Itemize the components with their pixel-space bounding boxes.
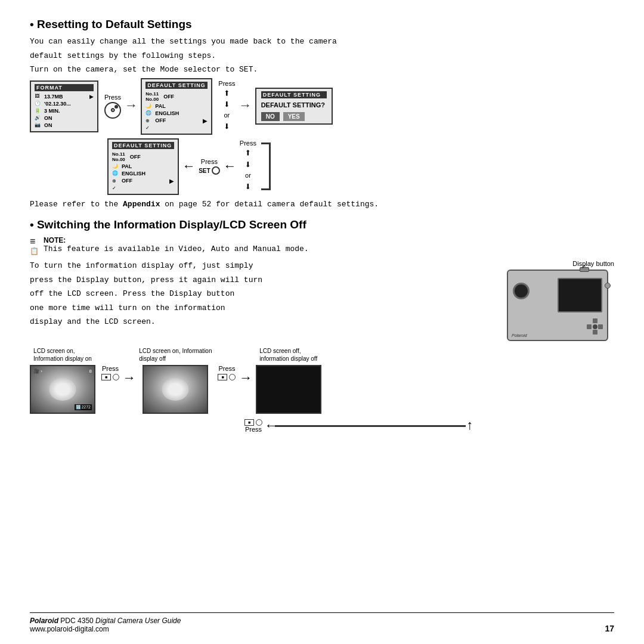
default-setting-screen2: DEFAULT SETTING No.11No.00 OFF 🌙 PAL 🌐 E…: [107, 138, 179, 195]
sound-icon: 🔊: [35, 115, 42, 120]
moon-icon: 🌙: [145, 103, 153, 109]
lcd2-label: LCD screen on, Information display off: [139, 347, 212, 363]
globe2-icon: 🌐: [112, 171, 119, 176]
page: • Resetting to Default Settings You can …: [0, 0, 644, 644]
arrow-left-icon: ←: [185, 159, 193, 174]
lcd2-block: LCD screen on, Information display off: [139, 347, 212, 414]
camera-diagram: Display button ↗: [507, 260, 614, 341]
set-circle-icon: [212, 166, 220, 175]
lcd3-label: LCD screen off, information display off: [259, 347, 317, 363]
ds2-row5: ✓: [112, 185, 174, 191]
note-doc-icon: 📋: [30, 247, 39, 255]
display-btn2: ■: [218, 374, 236, 380]
footer-website: www.polaroid-digital.com: [30, 625, 109, 633]
s2-body4: one more time will turn on the informati…: [30, 302, 495, 314]
press3-label: Press: [245, 426, 262, 433]
yes-button[interactable]: YES: [283, 112, 305, 121]
disp-circle-icon2: [229, 374, 236, 380]
default-question: DEFAULT SETTING?: [261, 101, 327, 109]
format-row4: 🔊 ON: [35, 114, 94, 122]
footer-model: PDC 4350: [60, 617, 95, 625]
camera-screen: [558, 278, 602, 312]
cross-icon: ⊕: [145, 118, 153, 123]
appendix-suffix: on page 52 for detail camera default set…: [160, 200, 379, 209]
arrow3-icon: →: [125, 371, 133, 386]
note-lines-icon: ≡: [30, 236, 39, 247]
disp-rect-icon1: ■: [101, 374, 111, 380]
check-icon: ✓: [145, 125, 153, 131]
footer-left: Polaroid PDC 4350 Digital Camera User Gu…: [30, 617, 181, 633]
joy2-down2-icon: ⬇: [245, 180, 252, 193]
arrow-right-icon: ▶: [89, 94, 94, 100]
arrow2-icon: →: [241, 100, 249, 113]
appendix-word: Appendix: [123, 200, 160, 209]
default-title2: DEFAULT SETTING: [112, 142, 174, 149]
arrow-left2-icon: ←: [226, 159, 234, 174]
arrow1-icon: →: [127, 100, 135, 113]
press1-label: Press: [102, 365, 119, 372]
ds1-row2: 🌙 PAL: [145, 103, 208, 110]
section2: • Switching the Information Display/LCD …: [30, 218, 614, 434]
camera-icon: 📷: [35, 122, 42, 128]
press-menu-label: Press: [104, 94, 121, 101]
s2-body3: off the LCD screen. Press the Display bu…: [30, 288, 495, 300]
press-joy1-or: or: [224, 112, 230, 119]
arrow-up-icon: ↑: [466, 419, 473, 434]
battery-icon: 🔋: [35, 108, 42, 113]
set-label: SET: [199, 166, 219, 175]
camera-label: Display button: [507, 260, 614, 267]
press1-block: Press ■: [101, 365, 119, 380]
default-title1: DEFAULT SETTING: [145, 82, 208, 89]
s2-body2: press the Display button, press it again…: [30, 274, 495, 286]
format-row5: 📷 ON: [35, 122, 94, 129]
footer: Polaroid PDC 4350 Digital Camera User Gu…: [30, 612, 614, 633]
ds1-row1: No.11No.00 OFF: [145, 91, 208, 103]
arrow-left3-icon: ←: [267, 419, 275, 434]
disp-circle-icon1: [113, 374, 119, 380]
joy2-up-icon: ⬆: [245, 148, 252, 159]
press2-block: Press ■: [218, 365, 236, 380]
section1-body3: Turn on the camera, set the Mode selecto…: [30, 64, 614, 76]
lcd1-block: LCD screen on, Information display on 🎥 …: [30, 347, 95, 414]
lcd1-info-tl: 🎥 ›: [33, 369, 42, 374]
ds1-row4: ⊕ OFF ▶: [145, 117, 208, 125]
format-title: FORMAT: [35, 84, 94, 91]
format-screen: FORMAT 🖼 13.7MB ▶ 🕐 '02.12.30... 🔋 3 MIN…: [30, 80, 98, 132]
cross2-icon: ⊕: [112, 178, 119, 184]
nav-down: [593, 330, 597, 335]
disp-rect-icon2: ■: [218, 374, 227, 380]
appendix-prefix: Please refer to the: [30, 200, 123, 209]
joy-down-icon: ⬇: [224, 100, 230, 110]
globe-icon: 🌐: [145, 110, 153, 116]
note-icon-block: ≡ 📋: [30, 236, 39, 255]
arrow4-icon: →: [242, 371, 249, 386]
press-joy2-label: Press: [240, 140, 256, 147]
default-setting-screen1: DEFAULT SETTING No.11No.00 OFF 🌙 PAL 🌐 E…: [141, 78, 212, 135]
press-joy1-label: Press: [218, 80, 235, 87]
bottom-flow: ■ Press ← ↑: [30, 419, 614, 434]
flow-line: [275, 425, 466, 427]
display-btn3: ■: [244, 419, 262, 426]
bottom-area: To turn the information display off, jus…: [30, 260, 614, 341]
bird-body2: [162, 378, 189, 401]
section1-body2: default settings by the following steps.: [30, 50, 614, 62]
lcd1-screen: 🎥 › 8 🔢2272: [30, 365, 95, 414]
check2-icon: ✓: [112, 185, 119, 191]
appendix-note: Please refer to the Appendix on page 52 …: [30, 199, 614, 210]
disp-circle-icon3: [256, 419, 262, 426]
lcd1-num: 8: [89, 369, 92, 374]
press-joy1-block: Press ⬆ ⬇ or ⬇: [218, 80, 235, 133]
no-button[interactable]: NO: [261, 112, 280, 121]
lcd2-screen: [143, 365, 208, 414]
nav-left: [587, 324, 592, 329]
joy2-down-icon: ⬇: [245, 160, 252, 171]
diagram-row2: DEFAULT SETTING No.11No.00 OFF 🌙 PAL 🌐 E…: [107, 138, 614, 195]
btn-row: NO YES: [261, 112, 327, 121]
format-row1: 🖼 13.7MB ▶: [35, 93, 94, 100]
display-btn1: ■: [101, 374, 119, 380]
nav-up: [593, 318, 597, 323]
note-label: NOTE:: [44, 236, 309, 244]
set-text: SET: [199, 168, 210, 174]
lcd1-photo: 🎥 › 8 🔢2272: [31, 366, 94, 413]
ds2-row4: ⊕ OFF ▶: [112, 177, 174, 185]
